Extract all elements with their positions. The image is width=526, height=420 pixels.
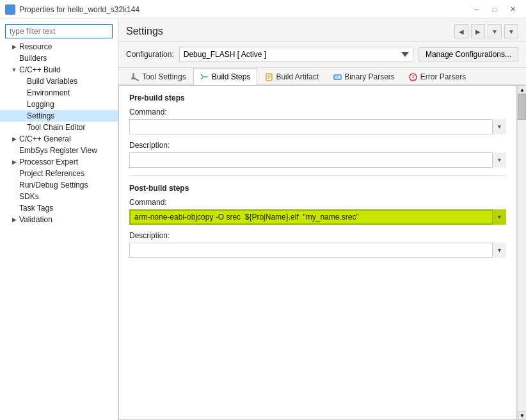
section-separator bbox=[129, 175, 506, 176]
sidebar-item-sdks[interactable]: SDKs bbox=[0, 191, 118, 202]
sidebar-item-tool-chain-editor[interactable]: Tool Chain Editor bbox=[0, 122, 118, 133]
tab-tool-settings[interactable]: Tool Settings bbox=[124, 68, 193, 85]
right-panel: Settings ◀ ▶ ▼ ▼ Configuration: Debug_FL… bbox=[118, 19, 526, 420]
sidebar-item-label: Logging bbox=[27, 100, 54, 109]
sidebar-item-build-variables[interactable]: Build Variables bbox=[0, 76, 118, 87]
sidebar-item-label: Settings bbox=[27, 111, 54, 120]
sidebar-item-label: Task Tags bbox=[19, 204, 53, 213]
back-button[interactable]: ◀ bbox=[454, 24, 468, 38]
arrow-icon bbox=[18, 89, 26, 97]
pre-build-description-label: Description: bbox=[129, 141, 506, 150]
arrow-icon bbox=[10, 170, 18, 177]
sidebar-item-embsys[interactable]: EmbSys Register View bbox=[0, 145, 118, 156]
sidebar-item-cpp-general[interactable]: ▶ C/C++ General bbox=[0, 133, 118, 145]
sidebar-item-label: Resource bbox=[19, 42, 52, 51]
window-controls: ─ □ ✕ bbox=[468, 3, 521, 17]
config-row: Configuration: Debug_FLASH [ Active ] Re… bbox=[118, 42, 526, 68]
tab-build-steps[interactable]: Build Steps bbox=[193, 68, 258, 85]
post-build-description-label: Description: bbox=[129, 231, 506, 240]
post-build-command-wrapper: ▼ bbox=[129, 209, 506, 225]
svg-line-2 bbox=[135, 79, 139, 81]
sidebar-item-validation[interactable]: ▶ Validation bbox=[0, 214, 118, 225]
pre-build-command-label: Command: bbox=[129, 108, 506, 117]
arrow-icon bbox=[10, 54, 18, 62]
arrow-icon bbox=[18, 101, 26, 108]
nav-menu-button[interactable]: ▼ bbox=[504, 24, 518, 38]
sidebar-item-builders[interactable]: Builders bbox=[0, 52, 118, 64]
tab-error-parsers[interactable]: Error Parsers bbox=[402, 68, 473, 85]
config-select[interactable]: Debug_FLASH [ Active ] Release bbox=[179, 47, 413, 62]
arrow-icon bbox=[10, 193, 18, 200]
sidebar-item-run-debug[interactable]: Run/Debug Settings bbox=[0, 179, 118, 191]
post-build-description-input[interactable] bbox=[129, 243, 506, 258]
svg-point-9 bbox=[413, 79, 414, 80]
build-steps-icon bbox=[200, 72, 209, 81]
sidebar-item-label: Environment bbox=[27, 88, 70, 97]
pre-build-section-title: Pre-build steps bbox=[129, 93, 506, 102]
maximize-button[interactable]: □ bbox=[486, 3, 503, 17]
arrow-icon bbox=[10, 204, 18, 212]
scroll-down-button[interactable]: ▼ bbox=[518, 411, 526, 420]
sidebar-item-label: SDKs bbox=[19, 192, 39, 201]
arrow-icon: ▶ bbox=[10, 43, 18, 51]
minimize-button[interactable]: ─ bbox=[468, 3, 485, 17]
tab-build-artifact-label: Build Artifact bbox=[276, 72, 319, 81]
close-button[interactable]: ✕ bbox=[504, 3, 521, 17]
pre-build-description-input[interactable] bbox=[129, 152, 506, 168]
pre-build-command-input[interactable] bbox=[129, 119, 506, 134]
sidebar-item-resource[interactable]: ▶ Resource bbox=[0, 41, 118, 52]
artifact-icon bbox=[264, 72, 273, 81]
dropdown-nav-button[interactable]: ▼ bbox=[488, 24, 502, 38]
sidebar-item-logging[interactable]: Logging bbox=[0, 99, 118, 110]
sidebar-item-label: Run/Debug Settings bbox=[19, 181, 88, 190]
wrench-icon bbox=[131, 72, 139, 81]
arrow-icon: ▼ bbox=[10, 66, 18, 74]
post-build-section-title: Post-build steps bbox=[129, 184, 506, 193]
config-label: Configuration: bbox=[126, 50, 174, 59]
post-build-command-label: Command: bbox=[129, 198, 506, 207]
post-build-description-wrapper: ▼ bbox=[129, 243, 506, 258]
post-build-command-input[interactable] bbox=[129, 209, 506, 225]
tab-binary-parsers[interactable]: 01 Binary Parsers bbox=[326, 68, 402, 85]
arrow-icon bbox=[18, 124, 26, 131]
scroll-up-button[interactable]: ▲ bbox=[518, 85, 526, 94]
arrow-icon: ▶ bbox=[10, 158, 18, 166]
tab-build-artifact[interactable]: Build Artifact bbox=[257, 68, 326, 85]
arrow-icon bbox=[10, 181, 18, 189]
filter-input[interactable] bbox=[5, 24, 113, 38]
sidebar: ▶ Resource Builders ▼ C/C++ Build Build … bbox=[0, 19, 118, 420]
sidebar-item-label: C/C++ General bbox=[19, 134, 71, 143]
post-build-description-group: Description: ▼ bbox=[129, 231, 506, 258]
right-scrollbar: ▲ ▼ bbox=[517, 85, 526, 420]
sidebar-item-settings[interactable]: Settings bbox=[0, 110, 118, 122]
tabs-bar: Tool Settings Build Steps Build Artifact… bbox=[118, 68, 526, 85]
sidebar-item-label: Processor Expert bbox=[19, 158, 78, 166]
forward-button[interactable]: ▶ bbox=[471, 24, 485, 38]
arrow-icon bbox=[10, 147, 18, 154]
svg-text:01: 01 bbox=[335, 76, 339, 79]
sidebar-item-environment[interactable]: Environment bbox=[0, 87, 118, 99]
sidebar-item-processor-expert[interactable]: ▶ Processor Expert bbox=[0, 156, 118, 168]
sidebar-item-cpp-build[interactable]: ▼ C/C++ Build bbox=[0, 64, 118, 76]
content-inner: Pre-build steps Command: ▼ Description: … bbox=[119, 86, 516, 272]
window-title: Properties for hello_world_s32k144 bbox=[19, 5, 139, 14]
settings-header: Settings ◀ ▶ ▼ ▼ bbox=[118, 19, 526, 42]
main-container: ▶ Resource Builders ▼ C/C++ Build Build … bbox=[0, 19, 526, 420]
header-nav: ◀ ▶ ▼ ▼ bbox=[454, 24, 518, 38]
app-icon bbox=[5, 4, 15, 15]
scrollbar-thumb[interactable] bbox=[518, 94, 526, 120]
tab-binary-parsers-label: Binary Parsers bbox=[344, 72, 395, 81]
manage-configurations-button[interactable]: Manage Configurations... bbox=[418, 47, 518, 61]
scrollbar-track bbox=[518, 94, 526, 411]
sidebar-item-label: Tool Chain Editor bbox=[27, 123, 85, 132]
sidebar-item-label: Validation bbox=[19, 215, 52, 224]
title-bar-left: Properties for hello_world_s32k144 bbox=[5, 4, 139, 15]
post-build-command-group: Command: ▼ bbox=[129, 198, 506, 225]
pre-build-command-wrapper: ▼ bbox=[129, 119, 506, 134]
sidebar-item-task-tags[interactable]: Task Tags bbox=[0, 202, 118, 214]
sidebar-item-project-references[interactable]: Project References bbox=[0, 168, 118, 179]
settings-title: Settings bbox=[126, 26, 163, 37]
content-area: Pre-build steps Command: ▼ Description: … bbox=[118, 85, 517, 420]
tab-error-parsers-label: Error Parsers bbox=[420, 72, 466, 81]
arrow-icon bbox=[18, 77, 26, 85]
